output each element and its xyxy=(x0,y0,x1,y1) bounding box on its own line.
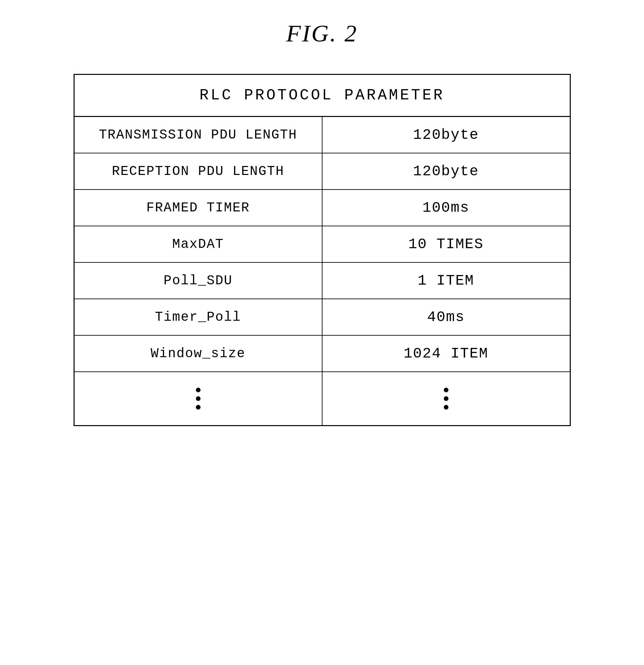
param-value: 1 ITEM xyxy=(323,263,570,299)
param-label: Poll_SDU xyxy=(75,263,323,299)
table-row: TRANSMISSION PDU LENGTH 120byte xyxy=(75,117,570,153)
dot xyxy=(444,405,448,410)
param-value: 40ms xyxy=(323,299,570,335)
param-label: FRAMED TIMER xyxy=(75,190,323,226)
dot xyxy=(196,405,201,410)
table-row-dots xyxy=(75,372,570,425)
param-value: 10 TIMES xyxy=(323,226,570,262)
dot xyxy=(196,388,201,392)
dot xyxy=(444,388,448,392)
param-value: 100ms xyxy=(323,190,570,226)
dot xyxy=(444,396,448,401)
table-header: RLC PROTOCOL PARAMETER xyxy=(75,75,570,117)
param-value: 1024 ITEM xyxy=(323,336,570,372)
param-label: TRANSMISSION PDU LENGTH xyxy=(75,117,323,153)
param-label: RECEPTION PDU LENGTH xyxy=(75,153,323,189)
dot xyxy=(196,396,201,401)
param-label: MaxDAT xyxy=(75,226,323,262)
param-value: 120byte xyxy=(323,117,570,153)
table-row: Timer_Poll 40ms xyxy=(75,299,570,336)
figure-title: FIG. 2 xyxy=(287,20,358,48)
table-row: MaxDAT 10 TIMES xyxy=(75,226,570,263)
dots-right xyxy=(323,372,570,425)
param-value: 120byte xyxy=(323,153,570,189)
param-label: Timer_Poll xyxy=(75,299,323,335)
rlc-parameter-table: RLC PROTOCOL PARAMETER TRANSMISSION PDU … xyxy=(74,74,571,426)
param-label: Window_size xyxy=(75,336,323,372)
table-row: FRAMED TIMER 100ms xyxy=(75,190,570,226)
table-row: Poll_SDU 1 ITEM xyxy=(75,263,570,299)
table-row: RECEPTION PDU LENGTH 120byte xyxy=(75,153,570,190)
dots-left xyxy=(75,372,323,425)
table-row: Window_size 1024 ITEM xyxy=(75,336,570,372)
